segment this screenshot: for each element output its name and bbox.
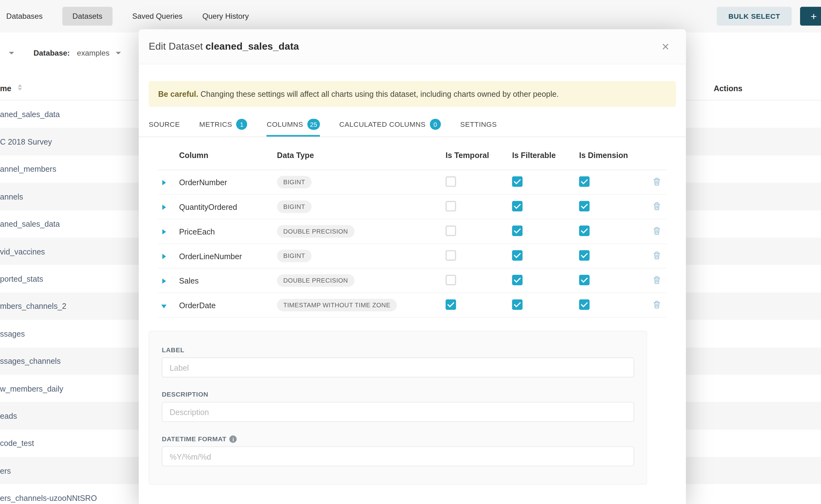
dataset-link[interactable]: C 2018 Survey [0,137,52,146]
dataset-link[interactable]: ers [0,466,11,475]
close-icon[interactable]: ✕ [661,42,670,52]
dataset-link[interactable]: code_test [0,439,34,447]
is-temporal-checkbox[interactable] [446,176,456,187]
column-name: Sales [179,276,277,285]
checkbox-cell [446,274,512,287]
is-dimension-checkbox[interactable] [579,299,590,310]
nav-tab-databases[interactable]: Databases [6,7,42,26]
is-filterable-checkbox[interactable] [512,225,523,236]
column-name: OrderLineNumber [179,251,277,260]
actions-column-header: Actions [714,84,742,92]
nav-tab-datasets[interactable]: Datasets [62,7,112,26]
checkbox-cell [512,274,579,287]
expand-caret-icon[interactable] [162,278,166,284]
is-temporal-checkbox[interactable] [446,250,456,260]
chevron-down-icon[interactable] [9,52,14,54]
description-input[interactable] [162,402,634,422]
is-dimension-checkbox[interactable] [579,225,590,236]
column-header: Column [179,151,277,160]
column-row: OrderLineNumberBIGINT [158,244,666,269]
is-temporal-checkbox[interactable] [446,225,456,236]
is-filterable-checkbox[interactable] [512,176,523,187]
delete-column-button[interactable] [647,226,667,236]
expand-caret-icon[interactable] [162,229,166,234]
expand-caret-icon[interactable] [162,254,166,259]
checkbox-cell [446,250,512,262]
tab-calculated-columns[interactable]: CALCULATED COLUMNS0 [339,114,441,136]
bulk-select-button[interactable]: BULK SELECT [717,7,792,26]
is-filterable-checkbox[interactable] [512,250,523,260]
collapse-caret-icon[interactable] [161,304,166,308]
tab-metrics[interactable]: METRICS1 [199,114,247,136]
trash-icon [653,202,661,212]
label-input[interactable] [162,358,634,378]
is-filterable-header: Is Filterable [512,151,579,160]
name-column-header[interactable]: me [0,84,11,92]
column-detail-panel: LABEL DESCRIPTION DATETIME FORMAT i [149,331,647,485]
topnav-actions: BULK SELECT + [717,7,821,26]
data-type-pill: BIGINT [277,200,311,213]
delete-column-button[interactable] [647,251,667,261]
is-temporal-checkbox[interactable] [446,299,456,310]
is-dimension-checkbox[interactable] [579,250,590,260]
info-icon[interactable]: i [230,435,237,442]
checkbox-cell [579,201,647,213]
dataset-link[interactable]: ssages_channels [0,357,61,365]
data-type-cell: BIGINT [277,200,446,213]
column-name: QuantityOrdered [179,202,277,211]
delete-column-button[interactable] [647,177,667,187]
add-dataset-button[interactable]: + [800,7,821,26]
dataset-link[interactable]: annels [0,192,23,201]
trash-icon [653,177,661,187]
is-dimension-checkbox[interactable] [579,176,590,187]
columns-table: Column Data Type Is Temporal Is Filterab… [158,137,666,318]
modal-tabs: SOURCEMETRICS1COLUMNS25CALCULATED COLUMN… [139,114,686,137]
trash-icon [653,300,661,310]
is-dimension-checkbox[interactable] [579,201,590,211]
is-temporal-checkbox[interactable] [446,201,456,211]
dataset-link[interactable]: aned_sales_data [0,220,60,228]
dataset-link[interactable]: mbers_channels_2 [0,302,66,310]
dataset-link[interactable]: ported_stats [0,274,43,283]
tab-columns[interactable]: COLUMNS25 [267,114,320,136]
nav-tab-saved-queries[interactable]: Saved Queries [132,7,182,26]
tab-label: CALCULATED COLUMNS [339,120,426,128]
tab-settings[interactable]: SETTINGS [460,114,497,136]
checkbox-cell [579,274,647,287]
is-dimension-checkbox[interactable] [579,274,590,285]
tab-source[interactable]: SOURCE [149,114,180,136]
delete-column-button[interactable] [647,202,667,212]
description-field-group: DESCRIPTION [162,391,634,422]
dataset-link[interactable]: vid_vaccines [0,247,45,255]
caret-cell [158,227,179,236]
database-filter-value[interactable]: examples [77,49,109,57]
modal-title: Edit Datasetcleaned_sales_data [149,41,299,52]
caret-cell [158,251,179,260]
caret-cell [158,202,179,211]
dataset-link[interactable]: w_members_daily [0,384,63,393]
expand-caret-icon[interactable] [162,204,166,210]
column-name: OrderNumber [179,178,277,186]
sort-icon[interactable] [18,84,22,91]
dataset-link[interactable]: annel_members [0,165,56,173]
delete-column-button[interactable] [647,300,667,310]
nav-tab-query-history[interactable]: Query History [202,7,249,26]
dataset-link[interactable]: aned_sales_data [0,110,60,118]
is-temporal-checkbox[interactable] [446,274,456,285]
checkbox-cell [579,225,647,238]
columns-table-body: OrderNumberBIGINTQuantityOrderedBIGINTPr… [158,170,666,318]
dataset-link[interactable]: ers_channels-uzooNNtSRO [0,494,97,502]
delete-column-button[interactable] [647,275,667,285]
is-filterable-checkbox[interactable] [512,201,523,211]
checkbox-cell [512,201,579,213]
datetime-format-input[interactable] [162,447,634,467]
is-filterable-checkbox[interactable] [512,274,523,285]
chevron-down-icon[interactable] [116,52,121,54]
dataset-link[interactable]: eads [0,411,17,420]
tab-label: METRICS [199,120,232,128]
expand-caret-icon[interactable] [162,180,166,185]
tab-count-badge: 25 [307,119,320,130]
dataset-link[interactable]: ssages [0,329,25,338]
checkbox-cell [446,201,512,213]
is-filterable-checkbox[interactable] [512,299,523,310]
